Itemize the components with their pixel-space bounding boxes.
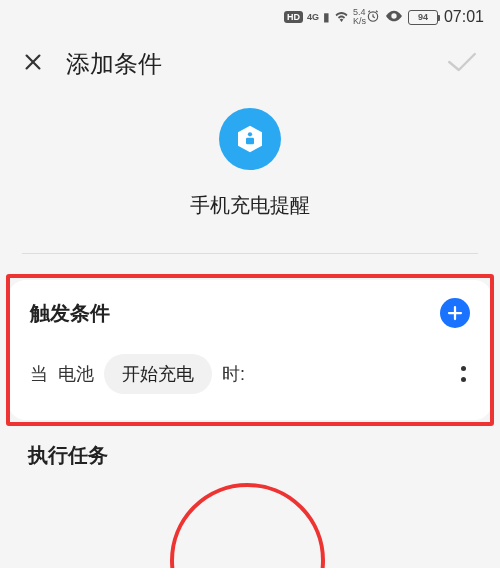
tasks-section: 执行任务 bbox=[0, 420, 500, 469]
eye-icon bbox=[386, 10, 402, 24]
automation-name[interactable]: 手机充电提醒 bbox=[190, 192, 310, 219]
trigger-card: 触发条件 当 电池 开始充电 时: bbox=[8, 280, 492, 420]
trigger-shi-label: 时: bbox=[222, 362, 245, 386]
net-speed: 5.4 K/s bbox=[353, 8, 366, 26]
trigger-section: 触发条件 当 电池 开始充电 时: bbox=[0, 280, 500, 420]
divider bbox=[22, 253, 478, 254]
trigger-title: 触发条件 bbox=[30, 300, 110, 327]
svg-rect-2 bbox=[246, 138, 254, 145]
confirm-check-icon[interactable] bbox=[446, 50, 478, 78]
add-trigger-button[interactable] bbox=[440, 298, 470, 328]
battery-icon: 94 bbox=[408, 10, 438, 25]
signal-icon: ▮ bbox=[323, 10, 330, 24]
trigger-value-pill[interactable]: 开始充电 bbox=[104, 354, 212, 394]
trigger-row[interactable]: 当 电池 开始充电 时: bbox=[30, 354, 470, 394]
annotation-red-circle bbox=[170, 483, 325, 568]
page-title: 添加条件 bbox=[66, 48, 424, 80]
network-4g: 4G bbox=[307, 12, 319, 22]
hero: 手机充电提醒 bbox=[0, 90, 500, 239]
hd-badge: HD bbox=[284, 11, 303, 23]
page-header: 添加条件 bbox=[0, 34, 500, 90]
clock: 07:01 bbox=[444, 8, 484, 26]
status-bar: HD 4G ▮ 5.4 K/s 94 07:01 bbox=[0, 0, 500, 34]
alarm-icon bbox=[366, 9, 380, 25]
trigger-when-label: 当 bbox=[30, 362, 48, 386]
trigger-battery-label: 电池 bbox=[58, 362, 94, 386]
more-menu-icon[interactable] bbox=[461, 366, 470, 382]
wifi-icon bbox=[334, 10, 349, 24]
tasks-title: 执行任务 bbox=[28, 442, 472, 469]
automation-icon bbox=[219, 108, 281, 170]
close-icon[interactable] bbox=[22, 51, 44, 77]
svg-point-1 bbox=[248, 132, 252, 136]
